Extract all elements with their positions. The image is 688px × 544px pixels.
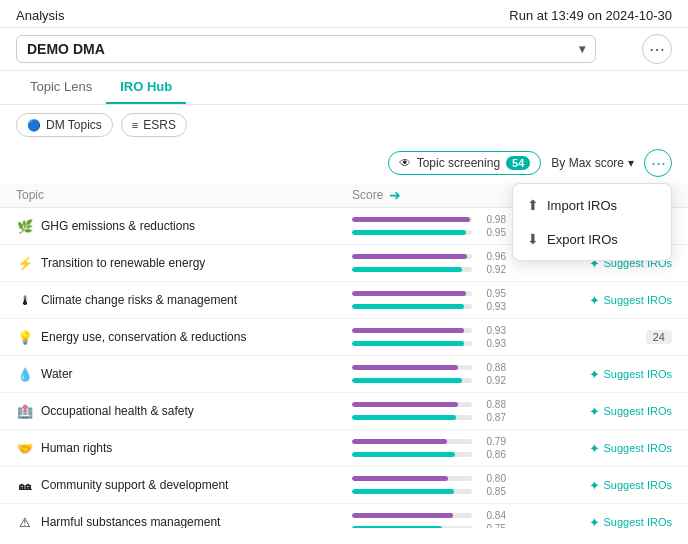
- filter-row: 🔵 DM Topics ≡ ESRS: [0, 105, 688, 145]
- tab-topic-lens[interactable]: Topic Lens: [16, 71, 106, 104]
- action-cell: ✦ Suggest IROs: [552, 293, 672, 308]
- score-value-1: 0.95: [476, 288, 506, 299]
- bar-row-2: 0.87: [352, 412, 552, 423]
- bar-fill-purple: [352, 365, 458, 370]
- bar-row-2: 0.86: [352, 449, 552, 460]
- table-row: ⚠ Harmful substances management 0.84 0.7…: [0, 504, 688, 528]
- suggest-iros-button[interactable]: ✦ Suggest IROs: [589, 293, 672, 308]
- bar-track-purple: [352, 217, 472, 222]
- table-row: 🌡 Climate change risks & management 0.95…: [0, 282, 688, 319]
- suggest-iros-button[interactable]: ✦ Suggest IROs: [589, 367, 672, 382]
- score-value-1: 0.80: [476, 473, 506, 484]
- bar-track-purple: [352, 254, 472, 259]
- bar-track-teal: [352, 489, 472, 494]
- filter-dm-topics[interactable]: 🔵 DM Topics: [16, 113, 113, 137]
- suggest-label: Suggest IROs: [604, 442, 672, 454]
- sort-label: By Max score: [551, 156, 624, 170]
- score-value-1: 0.98: [476, 214, 506, 225]
- run-label: Run at 13:49 on 2024-10-30: [509, 8, 672, 23]
- topic-cell: 🌿 GHG emissions & reductions: [16, 217, 352, 235]
- bar-row-1: 0.93: [352, 325, 552, 336]
- toolbar-row: 👁 Topic screening 54 By Max score ▾ ⋯ ⬆ …: [0, 145, 688, 183]
- action-cell: ✦ Suggest IROs: [552, 441, 672, 456]
- bar-track-teal: [352, 526, 472, 528]
- score-value-2: 0.95: [476, 227, 506, 238]
- bar-track-purple: [352, 513, 472, 518]
- bar-fill-purple: [352, 254, 467, 259]
- suggest-icon: ✦: [589, 367, 600, 382]
- bar-row-1: 0.88: [352, 399, 552, 410]
- bar-fill-purple: [352, 476, 448, 481]
- bar-fill-teal: [352, 378, 462, 383]
- bar-track-teal: [352, 415, 472, 420]
- topic-cell: 💡 Energy use, conservation & reductions: [16, 328, 352, 346]
- eye-icon: 👁: [399, 156, 411, 170]
- bar-track-purple: [352, 291, 472, 296]
- bar-fill-teal: [352, 489, 454, 494]
- bar-track-teal: [352, 452, 472, 457]
- topic-icon: 🏘: [16, 476, 34, 494]
- suggest-iros-button[interactable]: ✦ Suggest IROs: [589, 515, 672, 529]
- score-value-2: 0.75: [476, 523, 506, 528]
- suggest-label: Suggest IROs: [604, 368, 672, 380]
- score-cell: 0.88 0.92: [352, 362, 552, 386]
- table-row: 🏥 Occupational health & safety 0.88 0.87…: [0, 393, 688, 430]
- score-value-1: 0.93: [476, 325, 506, 336]
- import-iros-item[interactable]: ⬆ Import IROs: [513, 188, 671, 222]
- suggest-icon: ✦: [589, 515, 600, 529]
- topic-icon: 🤝: [16, 439, 34, 457]
- tab-iro-hub[interactable]: IRO Hub: [106, 71, 186, 104]
- bar-row-2: 0.75: [352, 523, 552, 528]
- score-value-1: 0.96: [476, 251, 506, 262]
- bar-row-1: 0.84: [352, 510, 552, 521]
- more-options-button[interactable]: ⋯: [642, 34, 672, 64]
- topic-name: Human rights: [41, 441, 112, 455]
- suggest-iros-button[interactable]: ✦ Suggest IROs: [589, 478, 672, 493]
- topic-screening-button[interactable]: 👁 Topic screening 54: [388, 151, 542, 175]
- score-cell: 0.84 0.75: [352, 510, 552, 528]
- topic-cell: 💧 Water: [16, 365, 352, 383]
- topic-cell: 🏘 Community support & development: [16, 476, 352, 494]
- topic-name: Climate change risks & management: [41, 293, 237, 307]
- score-value-2: 0.86: [476, 449, 506, 460]
- suggest-icon: ✦: [589, 404, 600, 419]
- topic-icon: 🌡: [16, 291, 34, 309]
- score-cell: 0.79 0.86: [352, 436, 552, 460]
- bar-track-teal: [352, 304, 472, 309]
- topic-icon: ⚠: [16, 513, 34, 528]
- bar-track-teal: [352, 267, 472, 272]
- bar-row-1: 0.79: [352, 436, 552, 447]
- topic-name: GHG emissions & reductions: [41, 219, 195, 233]
- topic-name: Occupational health & safety: [41, 404, 194, 418]
- topic-screening-label: Topic screening: [417, 156, 500, 170]
- action-cell: ✦ Suggest IROs: [552, 367, 672, 382]
- score-cell: 0.95 0.93: [352, 288, 552, 312]
- analysis-selector[interactable]: DEMO DMA ▾: [16, 35, 596, 63]
- three-dots-menu-button[interactable]: ⋯: [644, 149, 672, 177]
- topic-cell: ⚡ Transition to renewable energy: [16, 254, 352, 272]
- action-cell: 24: [552, 330, 672, 344]
- score-value-2: 0.85: [476, 486, 506, 497]
- sort-chevron-icon: ▾: [628, 156, 634, 170]
- topic-icon: 🏥: [16, 402, 34, 420]
- bar-fill-teal: [352, 341, 464, 346]
- suggest-icon: ✦: [589, 293, 600, 308]
- score-value-1: 0.88: [476, 399, 506, 410]
- chevron-down-icon: ▾: [579, 42, 585, 56]
- suggest-iros-button[interactable]: ✦ Suggest IROs: [589, 441, 672, 456]
- filter-esrs[interactable]: ≡ ESRS: [121, 113, 187, 137]
- bar-fill-purple: [352, 291, 466, 296]
- score-cell: 0.80 0.85: [352, 473, 552, 497]
- bar-track-purple: [352, 365, 472, 370]
- topic-cell: 🏥 Occupational health & safety: [16, 402, 352, 420]
- top-bar: Analysis Run at 13:49 on 2024-10-30: [0, 0, 688, 28]
- sort-button[interactable]: By Max score ▾: [551, 156, 634, 170]
- topic-cell: ⚠ Harmful substances management: [16, 513, 352, 528]
- export-iros-item[interactable]: ⬇ Export IROs: [513, 222, 671, 256]
- score-cell: 0.88 0.87: [352, 399, 552, 423]
- bar-fill-teal: [352, 415, 456, 420]
- suggest-iros-button[interactable]: ✦ Suggest IROs: [589, 404, 672, 419]
- import-icon: ⬆: [527, 197, 539, 213]
- bar-row-2: 0.93: [352, 301, 552, 312]
- suggest-label: Suggest IROs: [604, 516, 672, 528]
